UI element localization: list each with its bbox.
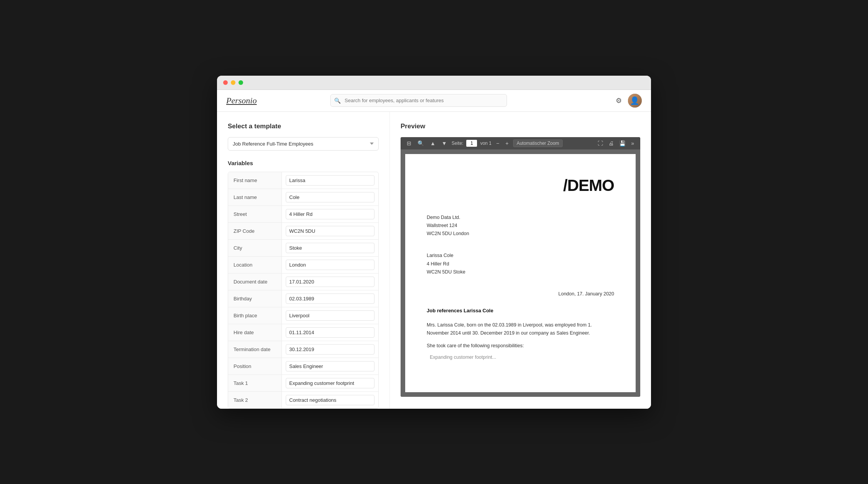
pdf-next-btn[interactable]: ▼ xyxy=(440,139,449,147)
variable-value-wrap xyxy=(282,324,378,341)
variable-input[interactable] xyxy=(286,192,374,202)
pdf-prev-btn[interactable]: ▲ xyxy=(429,139,437,147)
template-select-wrap: Job Reference Full-Time Employees xyxy=(228,137,379,151)
variable-row: Last name xyxy=(228,189,378,206)
variable-label: Last name xyxy=(228,189,282,206)
variable-row: Street xyxy=(228,206,378,223)
variable-input[interactable] xyxy=(286,209,374,219)
personio-logo: Personio xyxy=(226,96,272,106)
variable-value-wrap xyxy=(282,375,378,391)
variables-table: First nameLast nameStreetZIP CodeCityLoc… xyxy=(228,172,379,409)
variable-value-wrap xyxy=(282,307,378,324)
variable-input[interactable] xyxy=(286,327,374,338)
pdf-demo-logo: /DEMO xyxy=(427,172,614,198)
variable-input[interactable] xyxy=(286,395,374,405)
pdf-responsibilities-heading: She took care of the following responsib… xyxy=(427,342,614,350)
search-icon: 🔍 xyxy=(334,98,341,104)
search-bar: 🔍 xyxy=(330,94,507,107)
variable-input[interactable] xyxy=(286,175,374,186)
variables-title: Variables xyxy=(228,160,379,166)
pdf-page-total: von 1 xyxy=(480,141,491,146)
variable-input[interactable] xyxy=(286,243,374,253)
variable-label: First name xyxy=(228,172,282,189)
pdf-viewer: ⊟ 🔍 ▲ ▼ Seite: von 1 − + Automatischer Z… xyxy=(401,137,640,397)
variable-value-wrap xyxy=(282,341,378,358)
pdf-company-address: Demo Data Ltd. Wallstreet 124 WC2N 5DU L… xyxy=(427,214,614,238)
variable-label: Street xyxy=(228,206,282,222)
variable-label: Termination date xyxy=(228,341,282,358)
pdf-page: /DEMO Demo Data Ltd. Wallstreet 124 WC2N… xyxy=(405,154,636,392)
pdf-toolbar-right: ⛶ 🖨 💾 » xyxy=(596,139,636,147)
variable-row: First name xyxy=(228,172,378,189)
variable-label: City xyxy=(228,240,282,256)
variable-label: Birth place xyxy=(228,307,282,324)
select-template-title: Select a template xyxy=(228,123,379,130)
variable-label: Position xyxy=(228,358,282,375)
filter-icon[interactable]: ⚙ xyxy=(616,96,622,105)
avatar[interactable] xyxy=(628,94,642,108)
pdf-page-input[interactable] xyxy=(466,140,477,147)
pdf-recipient-address: Larissa Cole 4 Hiller Rd WC2N 5DU Stoke xyxy=(427,252,614,276)
pdf-zoom-in-btn[interactable]: + xyxy=(504,139,510,147)
pdf-recipient-street: 4 Hiller Rd xyxy=(427,260,614,268)
pdf-page-label: Seite: xyxy=(452,141,464,146)
variable-row: Birth place xyxy=(228,307,378,324)
variable-label: Birthday xyxy=(228,290,282,307)
search-input[interactable] xyxy=(330,94,507,107)
pdf-company-street: Wallstreet 124 xyxy=(427,222,614,230)
variable-input[interactable] xyxy=(286,260,374,270)
variable-value-wrap xyxy=(282,206,378,222)
maximize-button[interactable] xyxy=(239,80,243,85)
pdf-zoom-select[interactable]: Automatischer Zoom xyxy=(513,139,563,147)
variable-row: Birthday xyxy=(228,290,378,307)
variable-value-wrap xyxy=(282,392,378,408)
variable-input[interactable] xyxy=(286,378,374,388)
variable-value-wrap xyxy=(282,273,378,290)
variable-row: Hire date xyxy=(228,324,378,341)
close-button[interactable] xyxy=(223,80,228,85)
pdf-sidebar-btn[interactable]: ⊟ xyxy=(405,139,413,147)
variable-value-wrap xyxy=(282,223,378,239)
variable-label: Task 1 xyxy=(228,375,282,391)
variable-label: Document date xyxy=(228,273,282,290)
preview-title: Preview xyxy=(401,123,640,130)
variable-input[interactable] xyxy=(286,310,374,321)
pdf-search-btn[interactable]: 🔍 xyxy=(416,139,426,147)
pdf-fullscreen-btn[interactable]: ⛶ xyxy=(596,139,605,147)
variable-input[interactable] xyxy=(286,226,374,236)
pdf-zoom-out-btn[interactable]: − xyxy=(495,139,501,147)
variable-label: Location xyxy=(228,257,282,273)
titlebar xyxy=(217,76,651,90)
variable-value-wrap xyxy=(282,257,378,273)
pdf-subject: Job references Larissa Cole xyxy=(427,307,614,315)
variable-row: City xyxy=(228,240,378,257)
variable-row: Task 1 xyxy=(228,375,378,392)
variable-row: Position xyxy=(228,358,378,375)
pdf-content: /DEMO Demo Data Ltd. Wallstreet 124 WC2N… xyxy=(401,149,640,397)
pdf-download-btn[interactable]: 💾 xyxy=(618,139,627,147)
pdf-print-btn[interactable]: 🖨 xyxy=(607,139,615,147)
variable-input[interactable] xyxy=(286,361,374,371)
variable-row: Document date xyxy=(228,273,378,290)
template-select[interactable]: Job Reference Full-Time Employees xyxy=(228,137,379,151)
pdf-company-city: WC2N 5DU London xyxy=(427,230,614,238)
variable-input[interactable] xyxy=(286,293,374,304)
pdf-body: Mrs. Larissa Cole, born on the 02.03.198… xyxy=(427,321,614,338)
variable-value-wrap xyxy=(282,290,378,307)
variable-value-wrap xyxy=(282,172,378,189)
variable-input[interactable] xyxy=(286,277,374,287)
app-header: Personio 🔍 ⚙ xyxy=(217,90,651,112)
header-right: ⚙ xyxy=(616,94,642,108)
variable-input[interactable] xyxy=(286,344,374,355)
variable-value-wrap xyxy=(282,189,378,206)
pdf-date: London, 17. January 2020 xyxy=(427,290,614,298)
pdf-company-name: Demo Data Ltd. xyxy=(427,214,614,222)
mac-window: Personio 🔍 ⚙ Select a template Job Refer… xyxy=(217,76,651,409)
minimize-button[interactable] xyxy=(231,80,235,85)
pdf-recipient-name: Larissa Cole xyxy=(427,252,614,260)
variable-label: Hire date xyxy=(228,324,282,341)
pdf-viewer-wrapper: /DEMO Demo Data Ltd. Wallstreet 124 WC2N… xyxy=(401,149,640,397)
variable-row: Task 2 xyxy=(228,392,378,408)
variable-value-wrap xyxy=(282,240,378,256)
pdf-more-btn[interactable]: » xyxy=(629,139,636,147)
